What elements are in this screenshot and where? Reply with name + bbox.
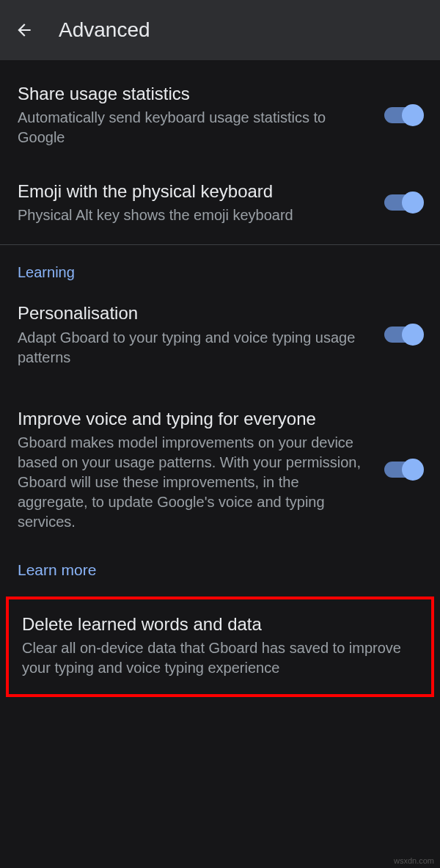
- toggle-emoji-physical-keyboard[interactable]: [384, 194, 422, 211]
- setting-text: Emoji with the physical keyboard Physica…: [18, 180, 384, 225]
- setting-title: Share usage statistics: [18, 82, 370, 105]
- section-label-learning: Learning: [0, 245, 440, 285]
- settings-list: Share usage statistics Automatically sen…: [0, 60, 440, 697]
- setting-description: Clear all on-device data that Gboard has…: [22, 638, 403, 678]
- highlighted-setting: Delete learned words and data Clear all …: [6, 597, 434, 697]
- page-title: Advanced: [59, 18, 150, 42]
- back-arrow-icon[interactable]: [15, 21, 34, 40]
- setting-title: Delete learned words and data: [22, 613, 403, 635]
- toggle-personalisation[interactable]: [384, 327, 422, 343]
- setting-text: Share usage statistics Automatically sen…: [18, 82, 384, 147]
- watermark: wsxdn.com: [394, 856, 434, 865]
- toggle-improve-voice-typing[interactable]: [384, 462, 422, 478]
- setting-text: Delete learned words and data Clear all …: [22, 613, 418, 678]
- setting-text: Improve voice and typing for everyone Gb…: [18, 407, 384, 532]
- setting-delete-learned-words[interactable]: Delete learned words and data Clear all …: [9, 599, 431, 694]
- setting-emoji-physical-keyboard[interactable]: Emoji with the physical keyboard Physica…: [0, 164, 440, 241]
- setting-improve-voice-typing[interactable]: Improve voice and typing for everyone Gb…: [0, 384, 440, 548]
- setting-description: Physical Alt key shows the emoji keyboar…: [18, 205, 370, 225]
- setting-text: Personalisation Adapt Gboard to your typ…: [18, 302, 384, 367]
- setting-description: Adapt Gboard to your typing and voice ty…: [18, 328, 370, 368]
- setting-description: Automatically send keyboard usage statis…: [18, 108, 370, 147]
- setting-personalisation[interactable]: Personalisation Adapt Gboard to your typ…: [0, 285, 440, 383]
- setting-title: Personalisation: [18, 302, 370, 324]
- setting-description: Gboard makes model improvements on your …: [18, 433, 370, 532]
- setting-title: Improve voice and typing for everyone: [18, 407, 370, 430]
- toggle-share-usage-statistics[interactable]: [384, 107, 422, 123]
- header-bar: Advanced: [0, 0, 440, 60]
- setting-share-usage-statistics[interactable]: Share usage statistics Automatically sen…: [0, 66, 440, 164]
- learn-more-link[interactable]: Learn more: [0, 548, 440, 582]
- setting-title: Emoji with the physical keyboard: [18, 180, 370, 203]
